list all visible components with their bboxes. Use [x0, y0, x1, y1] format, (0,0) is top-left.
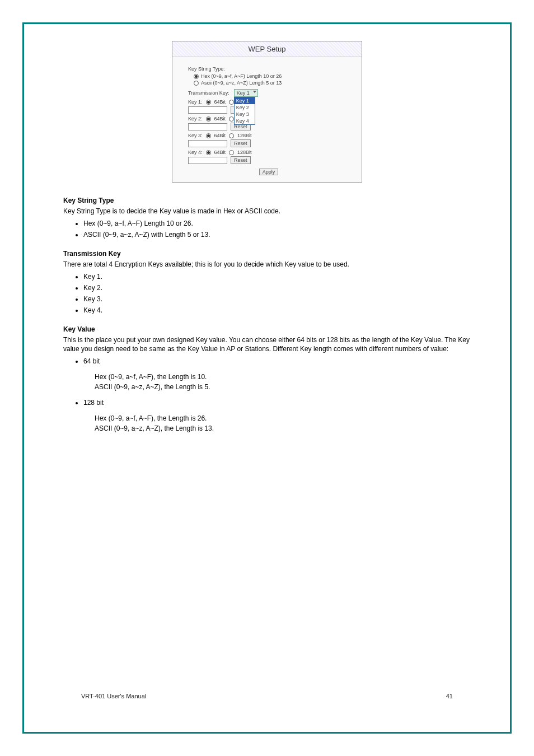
key2-input[interactable]	[188, 123, 227, 130]
footer-left: VRT-401 User's Manual	[81, 693, 146, 699]
key1-128bit-radio[interactable]	[229, 100, 234, 105]
key-string-type-bullets: Hex (0~9, a~f, A~F) Length 10 or 26. ASC…	[83, 218, 471, 240]
key1-row: Key 1: 64Bit	[188, 99, 349, 105]
panel-title: WEP Setup	[172, 41, 362, 57]
footer-page-number: 41	[446, 693, 453, 699]
key4-128bit-radio[interactable]	[229, 150, 234, 155]
key4-128bit-label: 128Bit	[237, 150, 252, 155]
key4-row: Key 4: 64Bit 128Bit	[188, 150, 349, 155]
key2-label: Key 2:	[188, 116, 203, 122]
line-64bit-hex: Hex (0~9, a~f, A~F), the Length is 10.	[95, 372, 471, 382]
key3-reset-button[interactable]: Reset	[231, 139, 251, 147]
line-128bit-hex: Hex (0~9, a~f, A~F), the Length is 26.	[95, 413, 471, 423]
dropdown-selected: Key 1	[237, 90, 250, 96]
wep-setup-figure: WEP Setup Key String Type: Hex (0~9, a~f…	[41, 41, 493, 183]
radio-hex-row[interactable]: Hex (0~9, a~f, A~F) Length 10 or 26	[194, 73, 349, 79]
key3-row: Key 3: 64Bit 128Bit	[188, 133, 349, 138]
key-value-bullets-128: 128 bit	[83, 398, 471, 408]
bullet-key4: Key 4.	[83, 305, 471, 315]
key-string-type-label: Key String Type:	[188, 66, 349, 72]
key1-input[interactable]	[188, 106, 227, 114]
section-key-value-body: This is the place you put your own desig…	[63, 335, 471, 354]
key1-64bit-radio[interactable]	[206, 100, 211, 105]
bullet-key1: Key 1.	[83, 272, 471, 282]
key-value-bullets: 64 bit	[83, 356, 471, 366]
section-transmission-key-body: There are total 4 Encryption Keys availa…	[63, 260, 471, 269]
key1-input-row: Res	[188, 106, 349, 114]
apply-row: Apply	[188, 169, 349, 175]
page-footer: VRT-401 User's Manual 41	[81, 693, 453, 699]
key3-128bit-label: 128Bit	[237, 133, 252, 138]
radio-ascii-dot[interactable]	[194, 81, 199, 86]
radio-ascii-label: Ascii (0~9, a~z, A~Z) Length 5 or 13	[201, 80, 282, 86]
wep-setup-panel: WEP Setup Key String Type: Hex (0~9, a~f…	[172, 41, 362, 183]
panel-body: Key String Type: Hex (0~9, a~f, A~F) Len…	[172, 57, 362, 182]
key4-64bit-radio[interactable]	[206, 150, 211, 155]
bullet-key2: Key 2.	[83, 283, 471, 293]
radio-hex-dot[interactable]	[194, 74, 199, 79]
bullet-128bit: 128 bit	[83, 398, 471, 408]
transmission-key-dropdown[interactable]: Key 1 Key 1 Key 2 Key 3 Key 4	[234, 89, 258, 97]
block-64bit: Hex (0~9, a~f, A~F), the Length is 10. A…	[95, 372, 471, 392]
key3-64bit-label: 64Bit	[214, 133, 226, 138]
key2-64bit-radio[interactable]	[206, 116, 211, 122]
apply-button[interactable]: Apply	[259, 169, 279, 175]
chevron-down-icon	[253, 91, 256, 93]
key2-128bit-radio[interactable]	[229, 116, 234, 122]
line-128bit-ascii: ASCII (0~9, a~z, A~Z), the Length is 13.	[95, 423, 471, 433]
radio-ascii-row[interactable]: Ascii (0~9, a~z, A~Z) Length 5 or 13	[194, 80, 349, 86]
key4-input-row: Reset	[188, 156, 349, 164]
dropdown-item-1[interactable]: Key 1	[235, 97, 255, 104]
key2-row: Key 2: 64Bit 128Bit	[188, 116, 349, 122]
section-key-string-type-title: Key String Type	[63, 197, 493, 204]
key3-64bit-radio[interactable]	[206, 133, 211, 138]
key1-label: Key 1:	[188, 99, 203, 105]
key3-input-row: Reset	[188, 139, 349, 147]
key4-64bit-label: 64Bit	[214, 150, 226, 155]
dropdown-list: Key 1 Key 2 Key 3 Key 4	[234, 97, 255, 125]
key4-reset-button[interactable]: Reset	[231, 156, 251, 164]
radio-hex-label: Hex (0~9, a~f, A~F) Length 10 or 26	[201, 73, 282, 79]
section-key-string-type-body: Key String Type is to decide the Key val…	[63, 207, 471, 216]
key2-64bit-label: 64Bit	[214, 116, 226, 122]
key3-128bit-radio[interactable]	[229, 133, 234, 138]
dropdown-item-2[interactable]: Key 2	[235, 104, 255, 111]
page-border: WEP Setup Key String Type: Hex (0~9, a~f…	[22, 22, 512, 734]
key3-label: Key 3:	[188, 133, 203, 138]
key2-input-row: Reset	[188, 123, 349, 130]
transmission-key-bullets: Key 1. Key 2. Key 3. Key 4.	[83, 272, 471, 315]
bullet-ascii: ASCII (0~9, a~z, A~Z) with Length 5 or 1…	[83, 230, 471, 240]
key4-label: Key 4:	[188, 150, 203, 155]
transmission-key-row: Transmission Key: Key 1 Key 1 Key 2 Key …	[188, 89, 349, 97]
key4-input[interactable]	[188, 157, 227, 164]
bullet-64bit: 64 bit	[83, 356, 471, 366]
transmission-key-label: Transmission Key:	[188, 90, 229, 96]
section-transmission-key-title: Transmission Key	[63, 250, 493, 258]
key1-64bit-label: 64Bit	[214, 99, 226, 105]
bullet-key3: Key 3.	[83, 294, 471, 304]
bullet-hex: Hex (0~9, a~f, A~F) Length 10 or 26.	[83, 218, 471, 228]
key3-input[interactable]	[188, 140, 227, 147]
section-key-value-title: Key Value	[63, 325, 493, 333]
line-64bit-ascii: ASCII (0~9, a~z, A~Z), the Length is 5.	[95, 382, 471, 392]
dropdown-item-3[interactable]: Key 3	[235, 111, 255, 118]
block-128bit: Hex (0~9, a~f, A~F), the Length is 26. A…	[95, 413, 471, 433]
dropdown-item-4[interactable]: Key 4	[235, 118, 255, 124]
